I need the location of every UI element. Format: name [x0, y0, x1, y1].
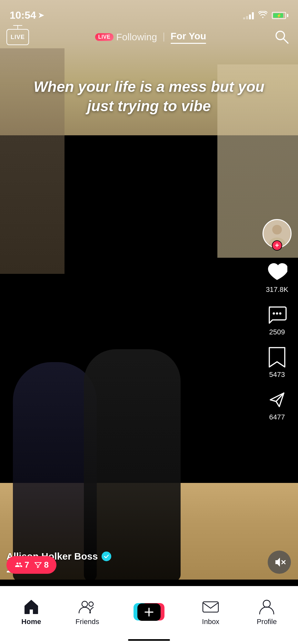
bookmark-icon-wrap: [266, 346, 288, 369]
svg-line-1: [283, 39, 288, 43]
svg-point-10: [82, 601, 88, 607]
svg-point-11: [89, 602, 94, 606]
right-actions-panel: + 317.8K 2509 5473: [263, 219, 292, 421]
svg-point-7: [279, 312, 282, 315]
bottom-navigation: Home Friends: [0, 586, 298, 644]
viewer-number: 7: [25, 560, 29, 570]
top-navigation: LIVE LIVE Following For You: [0, 19, 298, 55]
for-you-nav-item[interactable]: For You: [171, 31, 206, 44]
battery-tip: [287, 14, 288, 17]
friends-icon-wrap: [78, 598, 96, 616]
home-indicator: [128, 639, 170, 641]
like-button[interactable]: 317.8K: [266, 261, 288, 294]
signal-bar-2: [246, 16, 248, 19]
signal-bar-4: [252, 12, 254, 19]
svg-point-5: [273, 312, 275, 315]
nav-item-profile[interactable]: Profile: [239, 598, 295, 626]
location-arrow-icon: ➤: [38, 11, 44, 20]
inbox-icon-wrap: [202, 598, 220, 616]
profile-icon-wrap: [258, 598, 276, 616]
caption-text: When your life is a mess but you just tr…: [19, 77, 279, 116]
home-icon: [23, 599, 40, 615]
like-icon-wrap: [266, 261, 288, 284]
comment-icon-wrap: [266, 303, 288, 326]
viewer-count-pill[interactable]: 7 8: [6, 556, 56, 574]
profile-icon: [259, 599, 274, 615]
status-icons: ⚡: [243, 11, 288, 20]
share-icon: [267, 390, 287, 410]
heart-icon: [267, 263, 287, 282]
signal-bar-1: [243, 17, 245, 19]
friends-label: Friends: [75, 618, 99, 626]
share-count: 6477: [269, 413, 285, 421]
home-label: Home: [21, 618, 41, 626]
live-tv-label: LIVE: [11, 34, 25, 41]
for-you-underline: [171, 43, 206, 44]
inbox-icon: [202, 599, 219, 615]
live-tv-button[interactable]: LIVE: [6, 29, 29, 45]
bookmark-button[interactable]: 5473: [266, 346, 288, 379]
follower-count: 7: [14, 560, 29, 570]
friends-icon: [78, 599, 96, 615]
video-caption: When your life is a mess but you just tr…: [0, 77, 298, 116]
bookmark-count: 5473: [269, 370, 285, 379]
for-you-label: For You: [171, 31, 206, 42]
svg-point-6: [276, 312, 278, 315]
battery-bolt-icon: ⚡: [276, 13, 282, 18]
checkmark-icon: [104, 554, 109, 559]
comment-icon: [267, 304, 287, 325]
share-button[interactable]: 6477: [266, 389, 288, 421]
creator-avatar[interactable]: +: [263, 219, 292, 251]
followers-icon: [14, 561, 23, 569]
bookmark-icon: [268, 346, 286, 368]
wifi-icon: [258, 11, 267, 20]
share-icon-wrap: [266, 389, 288, 411]
live-badge: LIVE: [95, 33, 114, 41]
like-count: 317.8K: [266, 285, 288, 294]
svg-point-14: [263, 600, 270, 607]
comment-button[interactable]: 2509: [266, 303, 288, 336]
filter-number: 8: [44, 560, 48, 570]
nav-item-home[interactable]: Home: [3, 598, 59, 626]
home-icon-wrap: [22, 598, 40, 616]
plus-icon: [144, 607, 154, 617]
following-nav-item[interactable]: LIVE Following: [95, 32, 157, 43]
search-button[interactable]: [272, 27, 292, 47]
comment-count: 2509: [269, 328, 285, 336]
battery-icon: ⚡: [272, 12, 288, 19]
filter-count: 8: [34, 560, 48, 570]
nav-item-add[interactable]: [115, 602, 183, 622]
add-button-main: [137, 603, 161, 621]
plus-label: +: [275, 241, 279, 250]
following-label: Following: [116, 32, 157, 43]
nav-divider: [164, 33, 164, 42]
profile-label: Profile: [257, 618, 277, 626]
add-button-container: [134, 602, 164, 622]
signal-icon: [243, 12, 254, 19]
nav-center: LIVE Following For You: [29, 31, 272, 44]
follow-plus-button[interactable]: +: [272, 240, 282, 251]
verified-badge: [102, 552, 111, 561]
svg-point-3: [272, 225, 282, 235]
nav-item-inbox[interactable]: Inbox: [183, 598, 239, 626]
filter-icon: [34, 561, 42, 569]
inbox-label: Inbox: [202, 618, 219, 626]
person-right-silhouette: [84, 349, 181, 581]
signal-bar-3: [249, 14, 251, 19]
search-icon: [274, 29, 290, 45]
nav-item-friends[interactable]: Friends: [59, 598, 115, 626]
